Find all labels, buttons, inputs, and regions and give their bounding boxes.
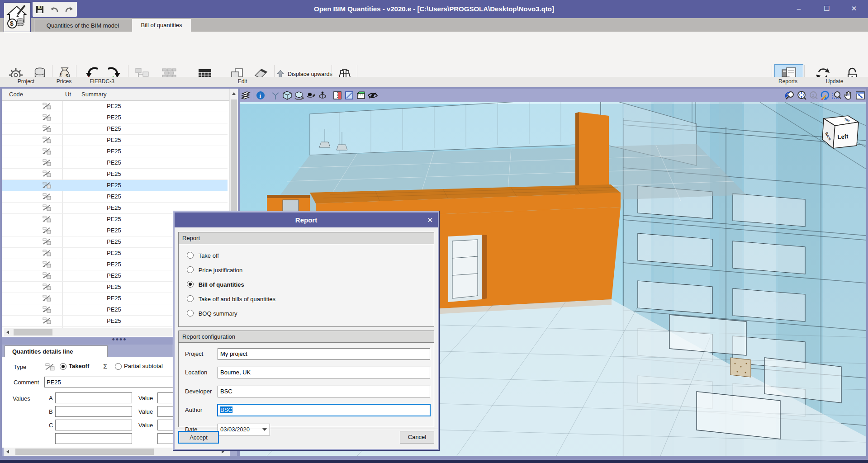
info-icon[interactable]: i (255, 90, 266, 101)
report-option-radio[interactable] (187, 310, 194, 317)
scroll-left-arrow[interactable] (6, 331, 9, 334)
dialog-close-icon[interactable]: ✕ (427, 213, 433, 227)
undo-icon[interactable] (49, 5, 59, 14)
section-box-icon[interactable] (343, 90, 355, 101)
zoom-scale-icon[interactable]: 2 (807, 90, 819, 101)
orbit-icon[interactable] (305, 90, 317, 101)
tab-quantities-bim-model[interactable]: Quantities of the BIM model (34, 19, 131, 32)
takeoff-radio[interactable] (60, 363, 66, 370)
report-option-radio[interactable] (187, 266, 194, 273)
scroll-left-arrow[interactable] (6, 450, 9, 454)
close-button[interactable]: ✕ (841, 0, 867, 17)
layers-icon[interactable] (240, 90, 251, 101)
value-label: Value (138, 422, 153, 429)
row-summary: PE25 (107, 193, 121, 200)
clip-volume-icon[interactable] (355, 90, 367, 101)
value-input-a[interactable] (55, 420, 132, 430)
takeoff-line-icon (43, 170, 52, 179)
developer-label: Developer (185, 388, 212, 395)
takeoff-line-icon (43, 272, 52, 281)
tab-bill-of-quantities[interactable]: Bill of quantities (132, 19, 191, 32)
zoom-previous-icon[interactable] (784, 90, 796, 101)
row-summary: PE25 (107, 306, 121, 313)
tab-quantities-details-line[interactable]: Quantities details line (5, 345, 108, 357)
value-input-partial[interactable] (55, 433, 132, 444)
horizontal-scroll-thumb[interactable] (14, 329, 52, 335)
takeoff-line-icon (43, 103, 52, 111)
comment-label: Comment (14, 379, 39, 386)
table-row[interactable]: PE25 (2, 135, 228, 146)
group-label-edit: Edit (128, 78, 357, 85)
zoom-extents-icon[interactable] (796, 90, 807, 101)
ribbon: General data Price banks € $ Prices FIE … (0, 32, 868, 77)
maximize-button[interactable]: ☐ (814, 0, 840, 17)
full-window-icon[interactable] (854, 90, 866, 101)
accept-button[interactable]: Accept (178, 431, 219, 444)
report-option-radio[interactable] (187, 281, 194, 288)
takeoff-line-icon (43, 261, 52, 269)
report-option-radio[interactable] (187, 295, 194, 302)
save-icon[interactable] (35, 5, 44, 14)
row-summary: PE25 (107, 250, 121, 256)
zoom-window-icon[interactable] (831, 90, 843, 101)
viewport-toolbar: i 2 (240, 89, 866, 102)
report-option[interactable]: Bill of quantities (179, 278, 434, 292)
scroll-up-arrow[interactable] (232, 92, 236, 95)
takeoff-label: Takeoff (69, 363, 89, 369)
axes-icon[interactable] (270, 90, 281, 101)
project-label: Project (185, 350, 203, 357)
takeoff-line-icon (43, 250, 52, 258)
redo-icon[interactable] (64, 5, 74, 14)
rotate-view-icon[interactable] (293, 90, 305, 101)
date-combobox[interactable]: 03/03/2020 (218, 424, 270, 435)
column-summary[interactable]: Summary (81, 91, 107, 98)
report-option[interactable]: Price justification (179, 263, 434, 278)
takeoff-line-icon (43, 238, 52, 247)
author-label: Author (185, 406, 202, 413)
table-row[interactable]: PE25 (2, 191, 228, 203)
value-input-a[interactable] (55, 406, 132, 417)
table-row[interactable]: PE25 (2, 169, 228, 180)
turntable-icon[interactable] (317, 90, 328, 101)
location-input[interactable] (218, 367, 430, 378)
view-cube-icon[interactable] (281, 90, 293, 101)
takeoff-line-icon (43, 317, 52, 326)
table-row[interactable]: PE25 (2, 146, 228, 157)
table-row[interactable]: PE25 (2, 123, 228, 135)
sigma-icon: Σ (103, 362, 107, 370)
takeoff-line-icon (43, 283, 52, 292)
table-row[interactable]: PE25 (2, 157, 228, 169)
row-summary: PE25 (107, 227, 121, 234)
column-ut[interactable]: Ut (65, 91, 71, 98)
table-row[interactable]: PE25 (2, 112, 228, 123)
pan-hand-icon[interactable] (843, 90, 854, 101)
report-option[interactable]: Take off (179, 249, 434, 263)
table-row[interactable]: PE25 (2, 180, 228, 191)
report-option[interactable]: BOQ summary (179, 307, 434, 321)
report-option[interactable]: Take off and bills of quantities (179, 292, 434, 307)
row-summary: PE25 (107, 137, 121, 143)
report-type-group: Report Take off Price justification Bill… (178, 232, 434, 327)
takeoff-line-icon (43, 216, 52, 224)
redraw-icon[interactable] (819, 90, 831, 101)
partial-subtotal-radio[interactable] (115, 363, 122, 370)
takeoff-line-icon (43, 125, 52, 134)
developer-input[interactable] (218, 386, 430, 397)
date-value: 03/03/2020 (220, 426, 250, 433)
hide-elements-eye-icon[interactable] (367, 90, 379, 101)
section-plane-icon[interactable] (332, 90, 343, 101)
value-input-a[interactable] (55, 392, 132, 403)
cancel-button[interactable]: Cancel (400, 431, 434, 444)
horizontal-scroll-thumb[interactable] (15, 449, 154, 455)
app-menu-button[interactable]: $ (4, 2, 31, 32)
minimize-button[interactable]: – (786, 0, 812, 17)
location-label: Location (185, 369, 207, 376)
view-cube[interactable]: Left Back Top (822, 116, 859, 148)
dialog-title[interactable]: Report (175, 213, 438, 227)
column-code[interactable]: Code (9, 91, 23, 98)
row-summary: PE25 (107, 283, 121, 290)
table-row[interactable]: PE25 (2, 101, 228, 112)
project-input[interactable] (218, 348, 430, 360)
report-option-radio[interactable] (187, 252, 194, 259)
author-input[interactable]: BSC (217, 404, 431, 416)
